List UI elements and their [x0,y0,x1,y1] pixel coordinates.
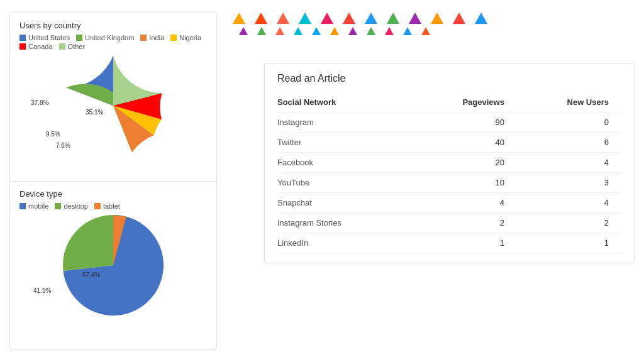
table-row: Twitter 40 6 [277,133,621,153]
legend-label-desktop: desktop [64,202,88,210]
cell-pageviews: 10 [413,173,517,193]
tri-tomato-2 [275,27,284,35]
legend-label-uk: United Kingdom [85,34,134,41]
tri-pink-1 [321,13,333,24]
tri-red3-1 [453,13,465,24]
cell-pageviews: 4 [413,193,517,213]
table-row: Snapchat 4 4 [277,193,621,213]
col-header-newusers: New Users [517,94,621,112]
cell-newusers: 1 [517,233,621,253]
legend-label-us: United States [28,34,70,41]
tri-purple2-2 [348,27,357,35]
table-row: Instagram 90 0 [277,112,621,133]
legend-label-mobile: mobile [28,202,48,210]
legend-dot-other [59,43,65,50]
col-header-pageviews: Pageviews [413,94,517,112]
article-card: Read an Article Social Network Pageviews… [264,63,635,263]
col-header-network: Social Network [277,94,413,112]
tri-amber-1 [431,13,443,24]
device-pie-chart [63,215,164,315]
cell-pageviews: 1 [413,233,517,253]
left-panel: Users by country United States United Ki… [9,13,217,349]
tri-lightblue-2 [312,27,321,35]
users-pie-container [19,55,207,156]
top-tri-row2 [233,27,635,35]
device-pie-container [19,215,207,315]
table-header-row: Social Network Pageviews New Users [277,94,621,112]
legend-label-canada: Canada [28,43,53,50]
cell-pageviews: 90 [413,112,517,133]
legend-dot-tablet [94,203,101,209]
tri-deeporange-2 [421,27,430,35]
cell-newusers: 3 [517,173,621,193]
tri-blue-2 [403,27,412,35]
device-type-title: Device type [19,189,207,199]
legend-label-tablet: tablet [103,202,120,210]
tri-green-1 [387,13,399,24]
cell-newusers: 6 [517,133,621,153]
legend-india: India [140,34,164,41]
tri-red-1 [255,13,267,24]
legend-us: United States [19,34,70,41]
article-title: Read an Article [277,73,621,84]
cell-newusers: 4 [517,153,621,173]
legend-other: Other [59,43,86,50]
cell-newusers: 2 [517,213,621,233]
legend-dot-india [140,35,147,41]
tri-orange-1 [233,13,245,24]
legend-dot-desktop [55,203,61,209]
right-area: Read an Article Social Network Pageviews… [226,13,635,349]
cell-newusers: 4 [517,193,621,213]
tri-cyan-2 [294,27,303,35]
tri-purple-1 [409,13,421,24]
legend-label-india: India [149,34,164,41]
legend-dot-nigeria [170,35,177,41]
tri-purple-2 [239,27,248,35]
legend-mobile: mobile [19,202,48,210]
users-by-country-title: Users by country [19,21,207,30]
cell-network: Instagram [277,112,413,133]
legend-nigeria: Nigeria [170,34,201,41]
legend-label-nigeria: Nigeria [179,34,201,41]
top-tri-row1 [233,13,635,24]
legend-tablet: tablet [94,202,120,210]
device-type-card: Device type mobile desktop tablet [9,182,217,350]
top-triangles-area [233,13,635,35]
tri-cyan-1 [299,13,311,24]
users-country-legend: United States United Kingdom India Niger… [19,34,207,50]
tri-blue2-1 [475,13,487,24]
legend-uk: United Kingdom [76,34,134,41]
table-row: Instagram Stories 2 2 [277,213,621,233]
tri-tomato-1 [277,13,289,24]
tri-red2-1 [343,13,355,24]
cell-network: Twitter [277,133,413,153]
article-table: Social Network Pageviews New Users Insta… [277,94,621,253]
users-pie-chart [63,55,164,156]
table-body: Instagram 90 0 Twitter 40 6 Facebook 20 … [277,112,621,253]
legend-label-other: Other [68,43,86,50]
users-by-country-card: Users by country United States United Ki… [9,13,217,182]
legend-dot-mobile [19,203,26,209]
tri-green-2 [257,27,266,35]
legend-desktop: desktop [55,202,88,210]
table-row: YouTube 10 3 [277,173,621,193]
cell-pageviews: 40 [413,133,517,153]
tri-pink-2 [385,27,394,35]
table-row: Facebook 20 4 [277,153,621,173]
cell-pageviews: 20 [413,153,517,173]
cell-network: Instagram Stories [277,213,413,233]
tri-blue-1 [365,13,377,24]
cell-newusers: 0 [517,112,621,133]
cell-pageviews: 2 [413,213,517,233]
cell-network: Snapchat [277,193,413,213]
tri-amber-2 [330,27,339,35]
legend-dot-uk [76,35,82,41]
table-row: LinkedIn 1 1 [277,233,621,253]
legend-dot-canada [19,43,26,50]
legend-dot-us [19,35,26,41]
cell-network: LinkedIn [277,233,413,253]
tri-green2-2 [367,27,375,35]
legend-canada: Canada [19,43,53,50]
cell-network: Facebook [277,153,413,173]
device-legend: mobile desktop tablet [19,202,207,210]
